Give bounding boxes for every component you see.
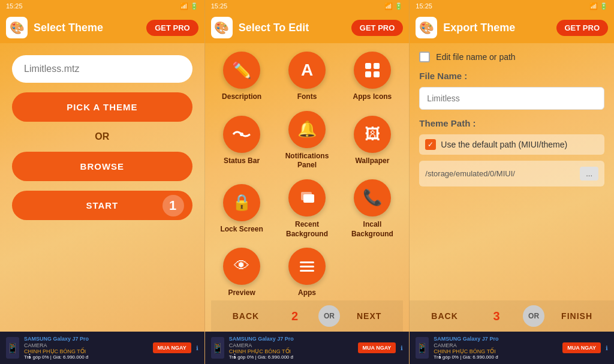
option-lock-screen[interactable]: 🔒 Lock Screen (211, 177, 273, 242)
wallpaper-icon: 🖼 (354, 116, 391, 153)
panel-select-theme: 15:25 📶 🔋 🎨 Select Theme GET PRO PICK A … (0, 0, 204, 364)
option-description[interactable]: ✏️ Description (211, 49, 273, 104)
panel2-body: ✏️ Description A Fonts Apps Icons (205, 43, 410, 332)
default-path-checkbox[interactable]: ✓ (425, 139, 436, 150)
step-num-2: 2 (291, 309, 298, 323)
theme-path-label: Theme Path : (419, 118, 604, 128)
header-title-1: Select Theme (34, 22, 146, 34)
ad-content-2: SAMSUNG Galaxy J7 Pro CAMERA CHINH PHỤC … (229, 336, 353, 360)
logo-icon-3: 🎨 (416, 17, 437, 38)
file-name-input[interactable] (419, 87, 604, 110)
status-icons-3: 📶 🔋 (589, 2, 608, 10)
pick-theme-button[interactable]: PICK A THEME (12, 92, 192, 122)
or-circle-2: OR (318, 305, 340, 327)
option-notifications-panel[interactable]: 🔔 Notifications Panel (276, 108, 338, 173)
apps-icons-icon (354, 52, 391, 89)
option-preview[interactable]: 👁 Preview (211, 245, 273, 300)
or-text-1: OR (95, 131, 109, 142)
panel-select-to-edit: 15:25 📶 🔋 🎨 Select To Edit GET PRO ✏️ De… (204, 0, 410, 364)
ad-banner-2: 📱 SAMSUNG Galaxy J7 Pro CAMERA CHINH PHỤ… (205, 332, 410, 364)
svg-rect-7 (300, 261, 314, 263)
ad-brand-3: SAMSUNG Galaxy J7 Pro (434, 336, 558, 342)
header-title-3: Export Theme (443, 22, 556, 34)
ad-subtitle-3: CHINH PHỤC BÓNG TỐI (434, 348, 558, 354)
default-path-row: ✓ Use the default path (MIUI/theme) (419, 134, 604, 155)
panel-export-theme: 15:25 📶 🔋 🎨 Export Theme GET PRO Edit fi… (409, 0, 614, 364)
option-incall-background[interactable]: 📞 Incall Background (341, 177, 403, 242)
edit-checkbox[interactable] (419, 52, 430, 62)
status-bar-icon (223, 116, 260, 153)
logo-icon-2: 🎨 (211, 17, 233, 38)
theme-search-input[interactable] (12, 55, 192, 83)
path-row: /storage/emulated/0/MIUI/ ... (419, 161, 604, 186)
apps-icons-label: Apps Icons (353, 92, 392, 102)
option-fonts[interactable]: A Fonts (276, 49, 338, 104)
ad-phone-icon-3: 📱 (416, 337, 429, 359)
option-apps-icons[interactable]: Apps Icons (341, 49, 403, 104)
ad-content-1: SAMSUNG Galaxy J7 Pro CAMERA CHINH PHỤC … (24, 336, 148, 360)
status-icons-1: 📶 🔋 (180, 2, 198, 10)
back-button-2[interactable]: BACK (221, 305, 271, 327)
svg-rect-1 (374, 63, 380, 69)
preview-label: Preview (228, 288, 255, 298)
panel3-body: Edit file name or path File Name : Theme… (410, 43, 614, 300)
option-status-bar[interactable]: Status Bar (211, 108, 273, 173)
panel1-body: PICK A THEME OR BROWSE START 1 (0, 43, 204, 332)
ad-info-icon-3[interactable]: ℹ (606, 345, 608, 351)
ad-price-2: Trả góp 0% | Giá: 6.990.000 đ (229, 354, 353, 360)
recent-background-label: Recent Background (276, 220, 338, 239)
get-pro-button-3[interactable]: GET PRO (556, 20, 609, 36)
ad-info-icon-2[interactable]: ℹ (401, 345, 403, 351)
ad-cta-button-1[interactable]: MUA NGAY (153, 342, 191, 353)
svg-rect-6 (303, 194, 314, 203)
finish-button[interactable]: FINISH (549, 305, 604, 327)
svg-rect-3 (374, 71, 380, 77)
or-finish-group: OR FINISH (523, 305, 604, 327)
svg-rect-0 (365, 63, 371, 69)
header-1: 🎨 Select Theme GET PRO (0, 12, 204, 43)
browse-button[interactable]: BROWSE (12, 152, 192, 181)
time-2: 15:25 (211, 2, 228, 10)
ad-cta-button-2[interactable]: MUA NGAY (358, 342, 396, 353)
time-3: 15:25 (416, 2, 432, 10)
svg-rect-9 (300, 270, 314, 272)
status-icons-2: 📶 🔋 (384, 2, 403, 10)
ad-phone-icon-1: 📱 (6, 337, 19, 359)
preview-icon: 👁 (223, 248, 260, 285)
step-num-3: 3 (493, 309, 499, 323)
ad-camera-3: CAMERA (434, 342, 558, 348)
back-button-3[interactable]: BACK (419, 305, 469, 327)
ad-cta-button-3[interactable]: MUA NGAY (562, 342, 601, 353)
option-apps[interactable]: Apps (276, 245, 338, 300)
file-name-label: File Name : (419, 71, 604, 81)
notifications-panel-label: Notifications Panel (276, 152, 338, 170)
ad-content-3: SAMSUNG Galaxy J7 Pro CAMERA CHINH PHỤC … (434, 336, 558, 360)
svg-rect-2 (365, 71, 371, 77)
start-btn-wrap: START 1 (12, 191, 192, 220)
ad-brand-1: SAMSUNG Galaxy J7 Pro (24, 336, 148, 342)
default-path-label: Use the default path (MIUI/theme) (441, 140, 567, 149)
notifications-panel-icon: 🔔 (288, 111, 326, 148)
step-badge-1: 1 (162, 195, 184, 216)
fonts-icon: A (288, 52, 326, 89)
get-pro-button-1[interactable]: GET PRO (146, 20, 198, 36)
apps-label: Apps (298, 288, 316, 298)
header-3: 🎨 Export Theme GET PRO (410, 12, 614, 43)
ad-camera-2: CAMERA (229, 342, 353, 348)
path-browse-button[interactable]: ... (580, 167, 598, 181)
option-wallpaper[interactable]: 🖼 Wallpaper (341, 108, 403, 173)
edit-file-name-label: Edit file name or path (436, 52, 515, 62)
description-label: Description (222, 92, 261, 102)
ad-info-icon-1[interactable]: ℹ (196, 345, 198, 351)
edit-file-name-row: Edit file name or path (419, 52, 604, 62)
option-recent-background[interactable]: Recent Background (276, 177, 338, 242)
incall-background-icon: 📞 (354, 179, 391, 216)
next-button-2[interactable]: NEXT (345, 305, 393, 327)
status-bar-label: Status Bar (224, 157, 260, 166)
start-button[interactable]: START 1 (12, 191, 192, 220)
ad-banner-1: 📱 SAMSUNG Galaxy J7 Pro CAMERA CHINH PHỤ… (0, 332, 204, 364)
path-value: /storage/emulated/0/MIUI/ (425, 169, 575, 178)
ad-price-1: Trả góp 0% | Giá: 6.990.000 đ (24, 354, 148, 360)
get-pro-button-2[interactable]: GET PRO (351, 20, 404, 36)
apps-icon (288, 248, 326, 285)
